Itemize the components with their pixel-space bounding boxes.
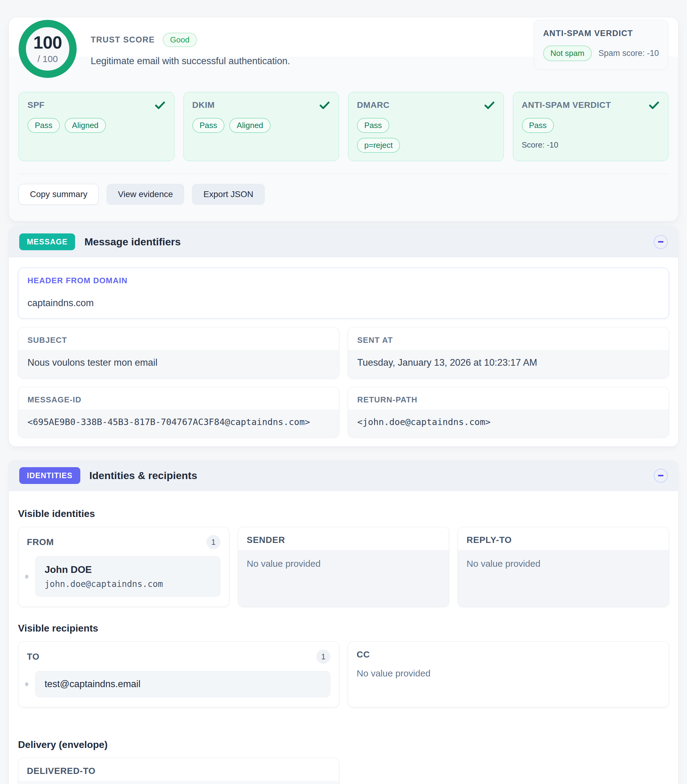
copy-summary-button[interactable]: Copy summary	[19, 184, 99, 205]
cc-card: CC No value provided	[348, 641, 669, 707]
minus-icon	[658, 475, 664, 476]
sender-card: SENDER No value provided	[238, 527, 449, 607]
return-path-value: <john.doe@captaindns.com>	[348, 409, 669, 437]
sender-empty-value: No value provided	[238, 550, 449, 606]
delivery-heading: Delivery (envelope)	[18, 739, 669, 750]
dkim-check-card: DKIM Pass Aligned	[184, 92, 339, 161]
return-path-field: RETURN-PATH <john.doe@captaindns.com>	[348, 387, 669, 437]
summary-actions: Copy summary View evidence Export JSON	[19, 184, 668, 205]
anti-spam-check-card: ANTI-SPAM VERDICT Pass Score: -10	[513, 92, 669, 161]
trust-score-label: TRUST SCORE	[91, 35, 155, 44]
status-pill: Pass	[192, 118, 225, 133]
trust-verdict-badge: Good	[163, 33, 197, 47]
check-icon	[483, 99, 496, 111]
minus-icon	[658, 241, 664, 242]
email-analysis-page: 100 / 100 TRUST SCORE Good Legitimate em…	[8, 17, 679, 784]
from-email: john.doe@captaindns.com	[44, 579, 211, 589]
status-pill: Pass	[522, 118, 554, 133]
delivered-to-label: DELIVERED-TO	[27, 766, 95, 776]
to-address: test@captaindns.email	[44, 679, 321, 690]
status-pill: Pass	[28, 118, 60, 133]
subject-field: SUBJECT Nous voulons tester mon email	[18, 327, 339, 378]
from-item: John DOE john.doe@captaindns.com	[18, 554, 229, 606]
trust-summary-card: 100 / 100 TRUST SCORE Good Legitimate em…	[8, 17, 679, 222]
auth-checks-row: SPF Pass Aligned DKIM Pass Aligned	[19, 92, 668, 161]
dkim-title: DKIM	[192, 100, 330, 110]
to-label: TO	[27, 652, 39, 662]
header-from-domain-field: HEADER FROM DOMAIN captaindns.com	[18, 268, 669, 319]
divider	[19, 174, 668, 174]
status-pill: p=reject	[357, 138, 400, 153]
anti-spam-verdict-box: ANTI-SPAM VERDICT Not spam Spam score: -…	[534, 20, 668, 70]
to-card: TO 1 test@captaindns.email	[18, 641, 339, 707]
dmarc-title: DMARC	[357, 100, 495, 110]
return-path-label: RETURN-PATH	[348, 387, 669, 409]
identities-section: IDENTITIES Identities & recipients Visib…	[8, 460, 679, 784]
spf-title: SPF	[28, 100, 166, 110]
cc-empty-value: No value provided	[348, 665, 669, 691]
sender-label: SENDER	[247, 535, 285, 545]
check-icon	[648, 99, 660, 111]
visible-identities-heading: Visible identities	[18, 508, 669, 519]
export-json-button[interactable]: Export JSON	[192, 184, 265, 205]
dmarc-check-card: DMARC Pass p=reject	[348, 92, 504, 161]
message-section-header: MESSAGE Message identifiers	[9, 227, 678, 257]
visible-recipients-heading: Visible recipients	[18, 623, 669, 634]
trust-score-value: 100	[33, 34, 62, 51]
status-pill: Pass	[357, 118, 389, 133]
trust-description: Legitimate email with successful authent…	[91, 56, 290, 67]
sent-at-value: Tuesday, January 13, 2026 at 10:23:17 AM	[348, 350, 669, 378]
message-id-value: <695AE9B0-338B-45B3-817B-704767AC3F84@ca…	[18, 409, 339, 437]
sent-at-label: SENT AT	[348, 328, 669, 350]
reply-to-empty-value: No value provided	[458, 550, 669, 606]
bullet-dot	[25, 575, 28, 579]
to-item: test@captaindns.email	[18, 669, 339, 707]
anti-spam-label: ANTI-SPAM VERDICT	[543, 29, 659, 38]
reply-to-card: REPLY-TO No value provided	[458, 527, 669, 607]
delivered-to-item: test@captaindns.email	[18, 781, 339, 784]
trust-summary-header: 100 / 100 TRUST SCORE Good Legitimate em…	[9, 17, 678, 78]
check-icon	[154, 99, 166, 111]
identities-section-badge: IDENTITIES	[19, 467, 80, 484]
header-from-domain-label: HEADER FROM DOMAIN	[18, 268, 669, 290]
identities-section-header: IDENTITIES Identities & recipients	[9, 460, 678, 491]
message-id-label: MESSAGE-ID	[18, 387, 339, 409]
status-pill: Aligned	[65, 118, 106, 133]
view-evidence-button[interactable]: View evidence	[107, 184, 184, 205]
from-name: John DOE	[44, 564, 211, 575]
spf-check-card: SPF Pass Aligned	[19, 92, 174, 161]
from-label: FROM	[27, 537, 54, 547]
message-section-badge: MESSAGE	[19, 234, 75, 250]
anti-spam-title: ANTI-SPAM VERDICT	[522, 100, 660, 110]
anti-spam-score-text: Score: -10	[522, 140, 660, 150]
subject-value: Nous voulons tester mon email	[18, 350, 339, 378]
check-icon	[319, 99, 331, 111]
trust-score-ring: 100 / 100	[19, 20, 77, 78]
collapse-identities-section-button[interactable]	[654, 469, 668, 483]
sent-at-field: SENT AT Tuesday, January 13, 2026 at 10:…	[348, 327, 669, 378]
header-from-domain-value: captaindns.com	[18, 290, 669, 318]
subject-label: SUBJECT	[18, 328, 339, 350]
spam-score-text: Spam score: -10	[598, 49, 659, 58]
not-spam-badge: Not spam	[543, 46, 592, 61]
identities-section-title: Identities & recipients	[89, 469, 197, 481]
message-identifiers-section: MESSAGE Message identifiers HEADER FROM …	[8, 226, 679, 447]
collapse-message-section-button[interactable]	[654, 235, 668, 249]
message-section-title: Message identifiers	[84, 236, 181, 248]
count-badge: 1	[316, 650, 330, 664]
status-pill: Aligned	[229, 118, 271, 133]
trust-score-max: / 100	[38, 54, 58, 64]
reply-to-label: REPLY-TO	[467, 535, 512, 545]
from-card: FROM 1 John DOE john.doe@captaindns.com	[18, 527, 229, 607]
cc-label: CC	[357, 650, 370, 660]
message-id-field: MESSAGE-ID <695AE9B0-338B-45B3-817B-7047…	[18, 387, 339, 437]
bullet-dot	[25, 682, 28, 686]
delivered-to-card: DELIVERED-TO test@captaindns.email	[18, 758, 339, 784]
count-badge: 1	[206, 535, 220, 549]
